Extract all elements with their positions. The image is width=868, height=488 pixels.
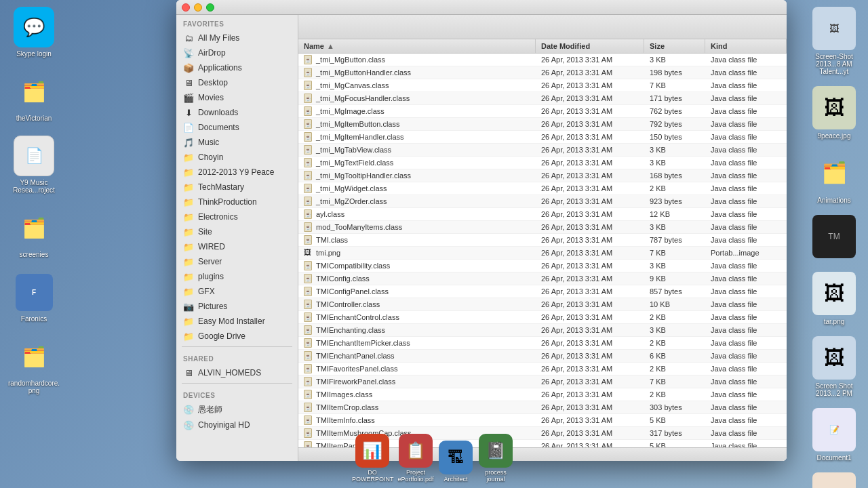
sidebar-item-alvin-homeds[interactable]: 🖥 ALVIN_HOMEDS bbox=[176, 365, 298, 380]
column-size[interactable]: Size bbox=[644, 39, 705, 53]
sidebar-item-2012[interactable]: 📁 2012-2013 Y9 Peace bbox=[176, 165, 298, 180]
sidebar-item-easy-mod[interactable]: 📁 Easy Mod Installer bbox=[176, 314, 298, 329]
sidebar-item-applications-label: Applications bbox=[198, 63, 242, 73]
dock-item-architect[interactable]: 🏗 Architect bbox=[439, 441, 473, 483]
desktop-icon-screenshot-top[interactable]: 🖼 Screen-Shot 2013...8 AM Talent...yt bbox=[807, 7, 861, 75]
sidebar-item-downloads[interactable]: ⬇ Downloads bbox=[176, 105, 298, 120]
sidebar-item-google-drive[interactable]: 📁 Google Drive bbox=[176, 329, 298, 344]
column-name[interactable]: Name ▲ bbox=[298, 39, 536, 53]
desktop-icon-screenshot-2[interactable]: 🖼 Screen Shot 2013...2 PM bbox=[807, 336, 861, 397]
sidebar-item-documents[interactable]: 📄 Documents bbox=[176, 120, 298, 135]
desktop-icon-sidebar: 🖥 bbox=[183, 77, 194, 88]
table-row[interactable]: ☕ TMIConfig.class 26 Apr, 2013 3:31 AM 9… bbox=[298, 272, 787, 285]
cell-name: ☕ TMIController.class bbox=[298, 298, 536, 310]
table-row[interactable]: ☕ TMIItemInfo.class 26 Apr, 2013 3:31 AM… bbox=[298, 414, 787, 427]
table-row[interactable]: ☕ _tmi_MgItemButton.class 26 Apr, 2013 3… bbox=[298, 118, 787, 131]
table-row[interactable]: ☕ TMIEnchantPanel.class 26 Apr, 2013 3:3… bbox=[298, 350, 787, 363]
table-row[interactable]: ☕ _tmi_MgFocusHandler.class 26 Apr, 2013… bbox=[298, 92, 787, 105]
desktop-icon-faronics[interactable]: F Faronics bbox=[7, 272, 61, 323]
table-row[interactable]: ☕ TMIImages.class 26 Apr, 2013 3:31 AM 2… bbox=[298, 388, 787, 401]
desktop-icon-animations-label: Animations bbox=[817, 197, 850, 204]
sidebar-item-airdrop[interactable]: 📡 AirDrop bbox=[176, 45, 298, 60]
sidebar-item-desktop[interactable]: 🖥 Desktop bbox=[176, 75, 298, 90]
desktop-icon-techmastery[interactable]: TM bbox=[807, 215, 861, 261]
dock-item-powerpoint[interactable]: 📊 DO POWERPOINT bbox=[352, 434, 393, 483]
minimize-button[interactable] bbox=[194, 3, 202, 12]
table-row[interactable]: ☕ TMIController.class 26 Apr, 2013 3:31 … bbox=[298, 298, 787, 311]
table-row[interactable]: ☕ _tmi_MgImage.class 26 Apr, 2013 3:31 A… bbox=[298, 105, 787, 118]
dock-item-process-journal[interactable]: 📓 process journal bbox=[475, 434, 516, 483]
filename: mod_TooManyItems.class bbox=[316, 223, 402, 231]
table-row[interactable]: ☕ mod_TooManyItems.class 26 Apr, 2013 3:… bbox=[298, 221, 787, 234]
cell-size: 198 bytes bbox=[644, 66, 705, 79]
sidebar-item-choyinigal-hd[interactable]: 💿 Choyinigal HD bbox=[176, 418, 298, 432]
column-date-label: Date Modified bbox=[541, 42, 590, 50]
table-row[interactable]: ☕ TMIConfigPanel.class 26 Apr, 2013 3:31… bbox=[298, 285, 787, 298]
table-row[interactable]: ☕ _tmi_MgTextField.class 26 Apr, 2013 3:… bbox=[298, 157, 787, 169]
table-row[interactable]: ☕ _tmi_MgButton.class 26 Apr, 2013 3:31 … bbox=[298, 54, 787, 66]
cell-size: 2 KB bbox=[644, 388, 705, 401]
filename: TMIItemCrop.class bbox=[316, 403, 378, 411]
column-size-label: Size bbox=[650, 42, 665, 50]
table-row[interactable]: ☕ _tmi_MgTabView.class 26 Apr, 2013 3:31… bbox=[298, 144, 787, 157]
cell-kind: Java class file bbox=[705, 144, 787, 156]
cell-kind: Java class file bbox=[705, 66, 787, 79]
sidebar-item-music[interactable]: 🎵 Music bbox=[176, 135, 298, 150]
table-row[interactable]: ☕ _tmi_MgCanvas.class 26 Apr, 2013 3:31 … bbox=[298, 79, 787, 92]
table-row[interactable]: ☕ _tmi_MgZOrder.class 26 Apr, 2013 3:31 … bbox=[298, 195, 787, 208]
sidebar-item-movies[interactable]: 🎬 Movies bbox=[176, 90, 298, 105]
table-row[interactable]: ☕ TMI.class 26 Apr, 2013 3:31 AM 787 byt… bbox=[298, 234, 787, 247]
sidebar-item-all-my-files[interactable]: 🗂 All My Files bbox=[176, 30, 298, 45]
close-button[interactable] bbox=[182, 3, 190, 12]
desktop-icon-screenies[interactable]: 🗂️ screenies bbox=[7, 207, 61, 258]
sidebar-item-server[interactable]: 📁 Server bbox=[176, 254, 298, 269]
sidebar-item-think-production[interactable]: 📁 ThinkProduction bbox=[176, 195, 298, 209]
table-row[interactable]: ☕ TMIItemCrop.class 26 Apr, 2013 3:31 AM… bbox=[298, 401, 787, 414]
filename: _tmi_MgButton.class bbox=[316, 56, 385, 64]
desktop-icon-screenshot-2-label: Screen Shot 2013...2 PM bbox=[807, 382, 861, 397]
table-row[interactable]: ☕ TMIEnchantItemPicker.class 26 Apr, 201… bbox=[298, 337, 787, 350]
desktop-icon-tar-png[interactable]: 🖼 tar.png bbox=[807, 272, 861, 325]
cell-name: ☕ _tmi_MgFocusHandler.class bbox=[298, 92, 536, 104]
sidebar-item-yu-laoshi[interactable]: 💿 愚老師 bbox=[176, 402, 298, 418]
table-row[interactable]: ☕ TMICompatibility.class 26 Apr, 2013 3:… bbox=[298, 260, 787, 272]
filename: TMIItemInfo.class bbox=[316, 416, 375, 424]
column-kind[interactable]: Kind bbox=[705, 39, 787, 53]
desktop-icon-skype[interactable]: 💬 Skype login bbox=[7, 7, 61, 58]
desktop-icon-the-victorian[interactable]: 🗂️ theVictorian bbox=[7, 71, 61, 122]
sidebar-item-site[interactable]: 📁 Site bbox=[176, 224, 298, 239]
table-row[interactable]: ☕ TMIEnchantControl.class 26 Apr, 2013 3… bbox=[298, 311, 787, 324]
desktop-icon-animations[interactable]: 🗂️ Animations bbox=[807, 150, 861, 204]
column-date[interactable]: Date Modified bbox=[536, 39, 644, 53]
table-row[interactable]: ☕ TMIEnchanting.class 26 Apr, 2013 3:31 … bbox=[298, 324, 787, 337]
dock-item-eportfolio[interactable]: 📋 Project ePortfolio.pdf bbox=[395, 434, 436, 483]
sidebar-item-gfx[interactable]: 📁 GFX bbox=[176, 284, 298, 299]
sidebar-item-pictures[interactable]: 📷 Pictures bbox=[176, 299, 298, 314]
cell-kind: Java class file bbox=[705, 272, 787, 285]
cell-date: 26 Apr, 2013 3:31 AM bbox=[536, 234, 644, 246]
table-row[interactable]: ☕ TMIFavoritesPanel.class 26 Apr, 2013 3… bbox=[298, 363, 787, 375]
sidebar-item-applications[interactable]: 📦 Applications bbox=[176, 60, 298, 75]
cell-date: 26 Apr, 2013 3:31 AM bbox=[536, 260, 644, 272]
sidebar-item-choyin[interactable]: 📁 Choyin bbox=[176, 150, 298, 165]
table-row[interactable]: ☕ TMIFireworkPanel.class 26 Apr, 2013 3:… bbox=[298, 375, 787, 388]
desktop-icon-9peace[interactable]: 🖼 9peace.jpg bbox=[807, 86, 861, 140]
desktop-icon-y9-music[interactable]: 📄 Y9 Music Resea...roject bbox=[7, 136, 61, 194]
table-row[interactable]: ☕ _tmi_MgButtonHandler.class 26 Apr, 201… bbox=[298, 66, 787, 79]
maximize-button[interactable] bbox=[206, 3, 214, 12]
file-icon: ☕ bbox=[304, 261, 313, 270]
sidebar-item-electronics[interactable]: 📁 Electronics bbox=[176, 209, 298, 224]
sidebar-item-wired[interactable]: 📁 WIRED bbox=[176, 239, 298, 254]
table-row[interactable]: ☕ _tmi_MgWidget.class 26 Apr, 2013 3:31 … bbox=[298, 182, 787, 195]
table-row[interactable]: ☕ _tmi_MgItemHandler.class 26 Apr, 2013 … bbox=[298, 131, 787, 144]
cell-name: ☕ _tmi_MgTabView.class bbox=[298, 144, 536, 156]
table-header: Name ▲ Date Modified Size Kind bbox=[298, 39, 787, 54]
sidebar-item-techmastary[interactable]: 📁 TechMastary bbox=[176, 180, 298, 195]
cell-size: 2 KB bbox=[644, 311, 705, 323]
table-row[interactable]: ☕ _tmi_MgTooltipHandler.class 26 Apr, 20… bbox=[298, 169, 787, 182]
desktop-icon-screenies-label: screenies bbox=[20, 251, 49, 258]
desktop-icon-random[interactable]: 🗂️ randomhardcore.png bbox=[7, 336, 61, 394]
table-row[interactable]: ☕ ayl.class 26 Apr, 2013 3:31 AM 12 KB J… bbox=[298, 208, 787, 221]
sidebar-item-plugins[interactable]: 📁 plugins bbox=[176, 269, 298, 284]
table-row[interactable]: 🖼 tmi.png 26 Apr, 2013 3:31 AM 7 KB Port… bbox=[298, 247, 787, 260]
